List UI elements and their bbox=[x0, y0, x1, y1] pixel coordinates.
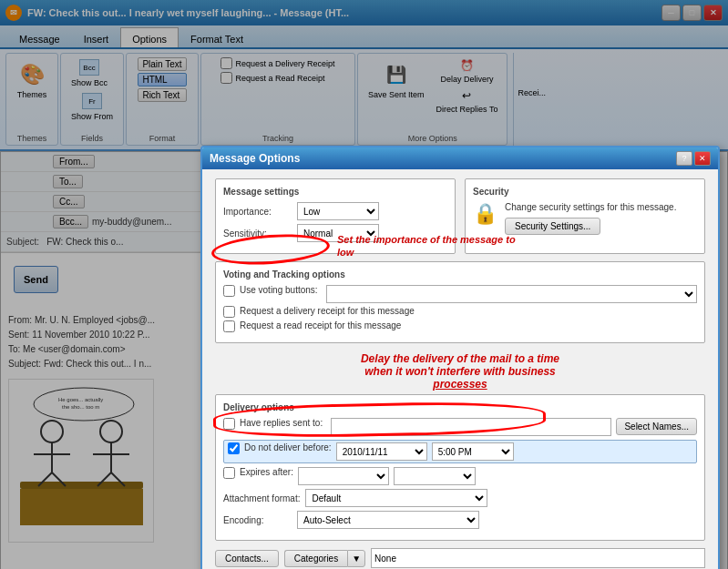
expires-time-select[interactable] bbox=[394, 467, 476, 485]
deliver-date-select[interactable]: 2010/11/11 bbox=[336, 442, 427, 461]
use-voting-checkbox[interactable] bbox=[223, 285, 235, 297]
voting-title: Voting and Tracking options bbox=[223, 269, 697, 279]
modal-title-bar: Message Options ? ✕ bbox=[202, 147, 718, 169]
importance-label: Importance: bbox=[223, 207, 292, 217]
have-replies-row: Have replies sent to: Select Names... bbox=[223, 418, 697, 436]
security-content: 🔒 Change security settings for this mess… bbox=[473, 202, 697, 235]
voting-label: Use voting buttons: bbox=[240, 285, 318, 295]
voting-buttons-row: Use voting buttons: bbox=[223, 285, 697, 303]
delivery-receipt-voting-label: Request a delivery receipt for this mess… bbox=[240, 306, 415, 316]
modal-title: Message Options bbox=[210, 152, 300, 165]
categories-dropdown-button[interactable]: ▼ bbox=[347, 550, 365, 567]
voting-delivery-receipt-checkbox[interactable] bbox=[223, 306, 235, 318]
security-text-area: Change security settings for this messag… bbox=[505, 202, 697, 235]
encoding-select[interactable]: Auto-Select Western European bbox=[297, 511, 479, 529]
security-description: Change security settings for this messag… bbox=[505, 202, 697, 212]
security-title: Security bbox=[473, 187, 697, 197]
categories-value-input[interactable] bbox=[371, 548, 705, 568]
message-settings-title: Message settings bbox=[223, 187, 447, 197]
settings-security-row: Message settings Importance: Low Normal … bbox=[215, 178, 705, 254]
modal-close-button[interactable]: ✕ bbox=[694, 151, 711, 166]
select-names-button[interactable]: Select Names... bbox=[616, 418, 697, 435]
voting-tracking-section: Voting and Tracking options Use voting b… bbox=[215, 261, 705, 343]
delivery-receipt-voting-row: Request a delivery receipt for this mess… bbox=[223, 306, 697, 318]
modal-body: Message settings Importance: Low Normal … bbox=[202, 169, 718, 569]
attachment-format-label: Attachment format: bbox=[223, 493, 300, 503]
categories-group: Categories ▼ bbox=[284, 550, 365, 567]
do-not-deliver-checkbox[interactable] bbox=[228, 442, 240, 454]
have-replies-label: Have replies sent to: bbox=[240, 418, 323, 428]
delivery-options-section: Delivery options Have replies sent to: S… bbox=[215, 394, 705, 541]
modal-help-button[interactable]: ? bbox=[676, 151, 692, 166]
encoding-row: Encoding: Auto-Select Western European bbox=[223, 511, 697, 529]
message-options-dialog: Message Options ? ✕ Message settings Imp… bbox=[200, 146, 720, 569]
expires-date-select[interactable] bbox=[298, 467, 389, 485]
modal-title-buttons: ? ✕ bbox=[676, 151, 711, 166]
expires-after-label: Expires after: bbox=[240, 467, 293, 477]
attachment-format-row: Attachment format: Default Outlook Rich … bbox=[223, 489, 697, 507]
deliver-time-select[interactable]: 5:00 PM bbox=[432, 442, 514, 461]
message-settings-section: Message settings Importance: Low Normal … bbox=[215, 178, 456, 254]
importance-select[interactable]: Low Normal High bbox=[297, 202, 379, 220]
voting-options-select[interactable] bbox=[326, 285, 697, 303]
read-receipt-voting-label: Request a read receipt for this message bbox=[240, 320, 401, 330]
have-replies-input[interactable] bbox=[331, 418, 611, 436]
do-not-deliver-label: Do not deliver before: bbox=[244, 442, 332, 452]
deliver-annotation-text: Delay the delivery of the mail to a time… bbox=[215, 351, 705, 392]
sensitivity-select[interactable]: Normal Personal Private Confidential bbox=[297, 224, 379, 242]
expires-after-row: Expires after: bbox=[223, 467, 697, 485]
categories-button[interactable]: Categories bbox=[284, 550, 347, 567]
contacts-categories-row: Contacts... Categories ▼ bbox=[215, 548, 705, 568]
attachment-format-select[interactable]: Default Outlook Rich Text MIME Plain Tex… bbox=[305, 489, 487, 507]
voting-read-receipt-checkbox[interactable] bbox=[223, 320, 235, 332]
contacts-button[interactable]: Contacts... bbox=[215, 550, 279, 567]
sensitivity-label: Sensitivity: bbox=[223, 229, 292, 239]
security-section: Security 🔒 Change security settings for … bbox=[465, 178, 705, 254]
security-settings-button[interactable]: Security Settings... bbox=[505, 218, 600, 235]
delivery-title: Delivery options bbox=[223, 402, 697, 412]
have-replies-checkbox[interactable] bbox=[223, 418, 235, 430]
processes-text: processes bbox=[433, 378, 487, 391]
do-not-deliver-row: Do not deliver before: 2010/11/11 5:00 P… bbox=[223, 440, 697, 463]
expires-after-checkbox[interactable] bbox=[223, 467, 235, 479]
sensitivity-row: Sensitivity: Normal Personal Private Con… bbox=[223, 224, 447, 242]
read-receipt-voting-row: Request a read receipt for this message bbox=[223, 320, 697, 332]
security-icon: 🔒 bbox=[473, 202, 497, 226]
importance-row: Importance: Low Normal High bbox=[223, 202, 447, 220]
encoding-label: Encoding: bbox=[223, 515, 292, 525]
